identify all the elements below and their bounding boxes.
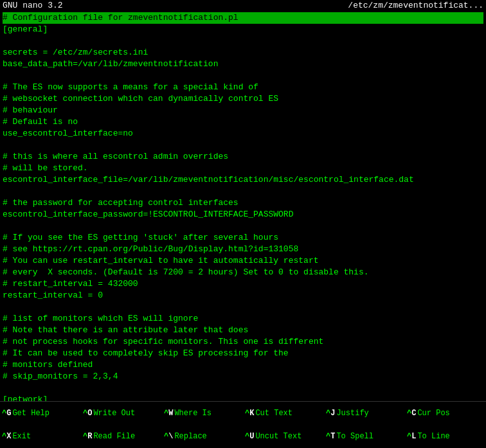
editor-line: # every X seconds. (Default is 7200 = 2 … xyxy=(3,267,483,278)
bottom-shortcut-item[interactable]: ^W Where Is xyxy=(162,402,243,425)
title-bar: GNU nano 3.2 /etc/zm/zmeventnotificat... xyxy=(0,0,486,11)
bottom-shortcut-item[interactable]: ^K Cut Text xyxy=(243,402,324,425)
shortcut-label: Where Is xyxy=(174,409,212,418)
shortcut-label: Justify xyxy=(336,409,368,418)
shortcut-key: ^O xyxy=(83,409,92,418)
shortcut-label: Uncut Text xyxy=(255,432,302,441)
editor-line: # You can use restart_interval to have i… xyxy=(3,255,483,267)
editor-line: # monitors defined xyxy=(3,359,483,371)
bottom-shortcut-item[interactable]: ^R Read File xyxy=(81,425,162,448)
shortcut-label: Replace xyxy=(174,432,206,441)
editor-line: # Default is no xyxy=(3,116,483,128)
bottom-shortcut-item[interactable]: ^C Cur Pos xyxy=(405,402,486,425)
editor-line xyxy=(3,301,483,313)
editor-line: escontrol_interface_password=!ESCONTROL_… xyxy=(3,209,483,220)
shortcut-key: ^R xyxy=(83,432,92,441)
editor-line xyxy=(3,186,483,197)
shortcut-key: ^W xyxy=(164,409,173,418)
bottom-shortcut-item[interactable]: ^U Uncut Text xyxy=(243,425,324,448)
editor-line: restart_interval = 0 xyxy=(3,290,483,301)
shortcut-key: ^K xyxy=(245,409,254,418)
shortcut-label: Write Out xyxy=(93,409,135,418)
editor-line: # skip_monitors = 2,3,4 xyxy=(3,371,483,382)
bottom-shortcut-item[interactable]: ^L To Line xyxy=(405,425,486,448)
bottom-shortcut-item[interactable]: ^X Exit xyxy=(0,425,81,448)
shortcut-key: ^L xyxy=(407,432,416,441)
bottom-shortcut-item[interactable]: ^O Write Out xyxy=(81,402,162,425)
editor-line: secrets = /etc/zm/secrets.ini xyxy=(3,47,483,58)
editor-line: [network] xyxy=(3,394,483,401)
editor-line: # Note that there is an attribute later … xyxy=(3,325,483,336)
shortcut-label: Read File xyxy=(93,432,135,441)
shortcut-key: ^J xyxy=(326,409,335,418)
editor-line: # not process hooks for specific monitor… xyxy=(3,336,483,348)
editor-line: # The ES now supports a means for a spec… xyxy=(3,82,483,93)
bottom-shortcut-item[interactable]: ^G Get Help xyxy=(0,402,81,425)
shortcut-key: ^C xyxy=(407,409,416,418)
editor-line: # see https://rt.cpan.org/Public/Bug/Dis… xyxy=(3,244,483,255)
shortcut-label: Cur Pos xyxy=(417,409,449,418)
shortcut-label: Exit xyxy=(12,432,31,441)
editor-line: # websocket connection which can dynamic… xyxy=(3,93,483,105)
shortcut-key: ^\ xyxy=(164,432,173,441)
editor-line xyxy=(3,139,483,151)
editor-line: use_escontrol_interface=no xyxy=(3,128,483,139)
shortcut-key: ^T xyxy=(326,432,335,441)
editor-line: base_data_path=/var/lib/zmeventnotificat… xyxy=(3,58,483,70)
bottom-bar: ^G Get Help^O Write Out^W Where Is^K Cut… xyxy=(0,401,486,448)
editor-line: [general] xyxy=(3,24,483,35)
editor-line xyxy=(3,35,483,47)
editor-area[interactable]: # Configuration file for zmeventnotifica… xyxy=(0,11,486,401)
title-right: /etc/zm/zmeventnotificat... xyxy=(348,1,483,10)
editor-line: # behaviour xyxy=(3,105,483,116)
editor-line: # Configuration file for zmeventnotifica… xyxy=(3,12,483,24)
shortcut-key: ^G xyxy=(2,409,11,418)
bottom-shortcut-item[interactable]: ^\ Replace xyxy=(162,425,243,448)
title-left: GNU nano 3.2 xyxy=(3,1,63,10)
editor-line: # will be stored. xyxy=(3,163,483,174)
bottom-shortcut-item[interactable]: ^T To Spell xyxy=(324,425,405,448)
editor-line: escontrol_interface_file=/var/lib/zmeven… xyxy=(3,174,483,186)
editor-line xyxy=(3,382,483,394)
editor-line: # If you see the ES getting 'stuck' afte… xyxy=(3,232,483,244)
editor-line: # this is where all escontrol admin over… xyxy=(3,151,483,163)
editor-line: # restart_interval = 432000 xyxy=(3,278,483,290)
editor-line: # the password for accepting control int… xyxy=(3,197,483,209)
shortcut-label: Cut Text xyxy=(255,409,292,418)
shortcut-label: To Spell xyxy=(336,432,374,441)
editor-line xyxy=(3,220,483,232)
shortcut-key: ^U xyxy=(245,432,254,441)
shortcut-key: ^X xyxy=(2,432,11,441)
shortcut-label: To Line xyxy=(417,432,449,441)
editor-line: # It can be used to completely skip ES p… xyxy=(3,348,483,359)
editor-line: # list of monitors which ES will ignore xyxy=(3,313,483,325)
editor-line xyxy=(3,70,483,82)
shortcut-label: Get Help xyxy=(12,409,50,418)
bottom-shortcut-item[interactable]: ^J Justify xyxy=(324,402,405,425)
